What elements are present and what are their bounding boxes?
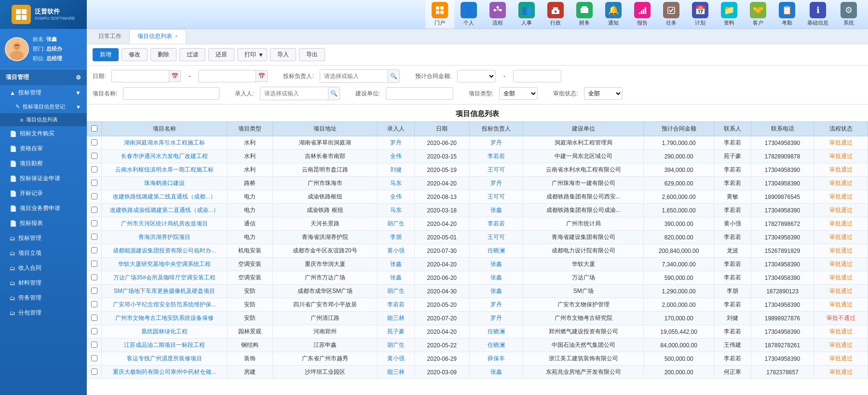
sidebar-item-project-fee[interactable]: 📄 项目业务费申请 — [0, 201, 87, 216]
project-name-cell[interactable]: 青海洪湖养护院项目 — [102, 231, 228, 244]
project-name-cell[interactable]: 云南水利枢纽滇明水库一期工程施工标 — [102, 163, 228, 177]
table-row[interactable]: 青海洪湖养护院项目电力青海省洪湖养护院李朋2020-05-01王可可青海省建设集… — [87, 231, 868, 244]
recorder-cell[interactable]: 胡广生 — [378, 339, 415, 352]
recorder-cell[interactable]: 张鑫 — [378, 258, 415, 271]
table-row[interactable]: 云南水利枢纽滇明水库一期工程施工标水利云南昆明市盘江路刘健2020-05-19王… — [87, 163, 868, 177]
recorder-cell[interactable]: 刘健 — [378, 163, 415, 177]
bid-person-cell[interactable]: 张鑫 — [469, 271, 523, 285]
table-row[interactable]: 湖南洞庭湖水库引水工程施工标水利湖南省茅草街洞庭湖罗丹2020-06-20罗丹洞… — [87, 136, 868, 150]
sidebar-item-bid-mgmt2[interactable]: 🗂 投标管理 — [0, 231, 87, 246]
recorder-cell[interactable]: 黄小强 — [378, 352, 415, 366]
project-name-input[interactable] — [123, 87, 219, 100]
sidebar-item-income-contract[interactable]: 🗂 收入合同 — [0, 261, 87, 276]
row-checkbox[interactable] — [91, 247, 97, 253]
table-row[interactable]: 凰统园林绿化工程园林景观河南郑州苑子豪2020-04-20任晓澜郑州燃气建设投资… — [87, 325, 868, 339]
row-checkbox[interactable] — [91, 193, 97, 199]
bid-person-cell[interactable]: 李若若 — [469, 217, 523, 231]
tab-daily[interactable]: 日常工作 — [91, 29, 129, 44]
project-name-cell[interactable]: 成都能源建设集团投资有限公司临时办... — [102, 244, 228, 258]
project-name-cell[interactable]: SM广场地下车库更换摄像机及硬盘项目 — [102, 285, 228, 298]
recorder-search-btn[interactable]: 🔍 — [328, 87, 339, 100]
bid-person-cell[interactable]: 张鑫 — [469, 285, 523, 298]
bid-person-cell[interactable]: 王可可 — [469, 190, 523, 204]
recorder-cell[interactable]: 张鑫 — [378, 271, 415, 285]
bid-person-search-btn[interactable]: 🔍 — [388, 70, 399, 82]
bid-person-cell[interactable]: 罗丹 — [469, 298, 523, 312]
estimated-amount-input[interactable] — [513, 70, 561, 82]
project-name-cell[interactable]: 重庆大极制药有限公司寒州中药材仓储... — [102, 366, 228, 379]
bid-person-cell[interactable]: 任晓澜 — [469, 339, 523, 352]
nav-flow[interactable]: 流程 — [483, 0, 512, 28]
tab-close-icon[interactable]: × — [175, 34, 178, 39]
bid-person-cell[interactable]: 张鑫 — [469, 258, 523, 271]
add-button[interactable]: 新增 — [93, 48, 119, 61]
delete-button[interactable]: 删除 — [150, 48, 176, 61]
recorder-cell[interactable]: 能三林 — [378, 312, 415, 325]
project-name-cell[interactable]: 广州市天河区统计局机房改造项目 — [102, 217, 228, 231]
sidebar-item-material[interactable]: 🗂 材料管理 — [0, 276, 87, 290]
sidebar-item-subcontract[interactable]: 🗂 分包管理 — [0, 305, 87, 320]
nav-notify[interactable]: 🔔 通知 — [599, 0, 628, 28]
estimated-amount-select[interactable] — [457, 70, 496, 82]
project-name-cell[interactable]: 珠海鹤港口建设 — [102, 177, 228, 190]
project-name-cell[interactable]: 改建铁路线璐建第二线直通线（成都...） — [102, 190, 228, 204]
bid-person-cell[interactable]: 张鑫 — [469, 204, 523, 217]
row-checkbox[interactable] — [91, 207, 97, 213]
recorder-cell[interactable]: 全伟 — [378, 150, 415, 163]
nav-attendance[interactable]: 📋 考勤 — [773, 0, 801, 28]
date-from-input[interactable] — [111, 70, 169, 82]
table-row[interactable]: 华软大厦研究基地中央空调系统工程空调安装重庆市华润大厦张鑫2020-04-20张… — [87, 258, 868, 271]
sidebar-item-project-list[interactable]: ≡ 项目信息列表 — [0, 113, 87, 126]
gear-icon[interactable]: ⚙ — [76, 74, 81, 81]
table-row[interactable]: 广安邓小平纪念馆安全防范系统维护保...安防四川省广安市邓小平故居李若若2020… — [87, 298, 868, 312]
edit-button[interactable]: 修改 — [122, 48, 148, 61]
table-row[interactable]: 江苏成品油二期项目一标段工程钢结构江苏申鑫胡广生2020-05-22任晓澜中国石… — [87, 339, 868, 352]
row-checkbox[interactable] — [91, 153, 97, 159]
sidebar-item-project-survey[interactable]: 📄 项目勘察 — [0, 156, 87, 171]
row-checkbox[interactable] — [91, 166, 97, 172]
bid-person-cell[interactable]: 李若若 — [469, 150, 523, 163]
row-checkbox[interactable] — [91, 220, 97, 226]
recorder-cell[interactable]: 胡广生 — [378, 285, 415, 298]
row-checkbox[interactable] — [91, 274, 97, 280]
row-checkbox[interactable] — [91, 288, 97, 294]
date-from-icon[interactable]: 📅 — [169, 70, 181, 82]
table-row[interactable]: 重庆大极制药有限公司寒州中药材仓储...房建沙坪坝工业园区能三林2020-03-… — [87, 366, 868, 379]
table-row[interactable]: 改建铁路成渝线璐建第二直通线（成渝...）电力成渝铁路 枢纽马东2020-03-… — [87, 204, 868, 217]
bid-person-cell[interactable]: 罗丹 — [469, 177, 523, 190]
date-to-icon[interactable]: 📅 — [256, 70, 268, 82]
row-checkbox[interactable] — [91, 315, 97, 321]
project-name-cell[interactable]: 江苏成品油二期项目一标段工程 — [102, 339, 228, 352]
restore-button[interactable]: 还原 — [208, 48, 234, 61]
project-name-cell[interactable]: 凰统园林绿化工程 — [102, 325, 228, 339]
recorder-cell[interactable]: 李若若 — [378, 298, 415, 312]
bid-person-cell[interactable]: 王可可 — [469, 163, 523, 177]
nav-report[interactable]: 报告 — [628, 0, 657, 28]
export-button[interactable]: 导出 — [299, 48, 325, 61]
bid-person-input[interactable] — [320, 70, 388, 82]
project-name-cell[interactable]: 广州市文物考古工地安防系统设备保修 — [102, 312, 228, 325]
approval-status-select[interactable]: 全部 审批通过 审批不通过 待审批 — [584, 87, 623, 100]
print-button[interactable]: 打印 ▼ — [237, 48, 267, 61]
sidebar-item-tender-purchase[interactable]: 📄 招标文件购买 — [0, 126, 87, 141]
nav-admin[interactable]: 行政 — [541, 0, 570, 28]
recorder-input[interactable] — [260, 87, 328, 100]
recorder-cell[interactable]: 马东 — [378, 177, 415, 190]
project-name-cell[interactable]: 湖南洞庭湖水库引水工程施工标 — [102, 136, 228, 150]
row-checkbox[interactable] — [91, 342, 97, 348]
table-row[interactable]: 改建铁路线璐建第二线直通线（成都...）电力成渝铁路枢纽全伟2020-08-13… — [87, 190, 868, 204]
sidebar-item-labor[interactable]: 🗂 劳务管理 — [0, 290, 87, 305]
nav-task[interactable]: 任务 — [657, 0, 686, 28]
recorder-cell[interactable]: 罗丹 — [378, 136, 415, 150]
tab-project-list[interactable]: 项目信息列表 × — [129, 29, 186, 44]
sidebar-item-bid-report[interactable]: 📄 投标报表 — [0, 216, 87, 231]
bid-person-cell[interactable]: 罗丹 — [469, 136, 523, 150]
nav-plan[interactable]: 📅 计划 — [686, 0, 715, 28]
table-row[interactable]: 万达广场35#会所及咖啡厅空调安装工程空调安装广州市万达广场张鑫2020-06-… — [87, 271, 868, 285]
project-type-select[interactable]: 全部 水利 电力 路桥 通信 机电安装 空调安装 安防 园林景观 钢结构 装饰 … — [499, 87, 538, 100]
recorder-cell[interactable]: 全伟 — [378, 190, 415, 204]
nav-portal[interactable]: 门户 — [425, 0, 454, 28]
recorder-cell[interactable]: 马东 — [378, 204, 415, 217]
table-row[interactable]: 珠海鹤港口建设路桥广州市珠海市马东2020-04-20罗丹广州珠海市一建有限公司… — [87, 177, 868, 190]
row-checkbox[interactable] — [91, 328, 97, 334]
